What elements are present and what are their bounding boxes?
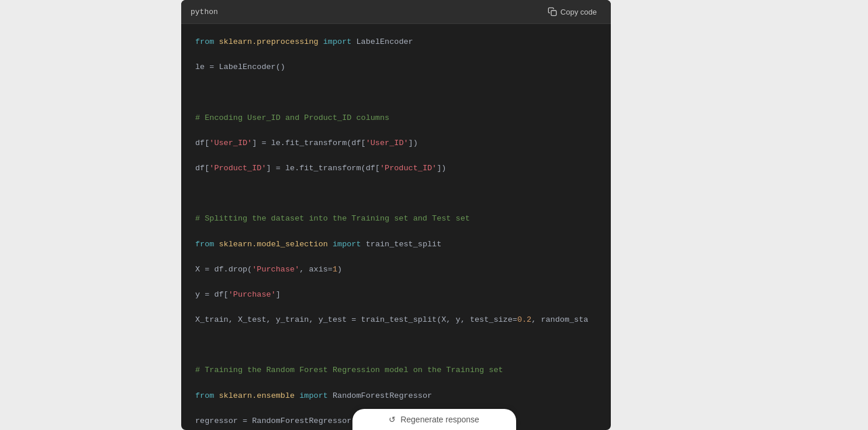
language-label: python [191, 8, 218, 16]
page-wrapper: python Copy code from sklearn.preprocess… [0, 0, 868, 430]
code-header: python Copy code [181, 0, 611, 24]
copy-button[interactable]: Copy code [543, 5, 601, 19]
svg-rect-0 [551, 11, 556, 16]
code-block-container: python Copy code from sklearn.preprocess… [181, 0, 611, 430]
regen-bar[interactable]: ↺ Regenerate response [352, 409, 516, 430]
copy-button-label: Copy code [561, 8, 597, 16]
regen-label: Regenerate response [400, 415, 479, 424]
copy-icon [548, 7, 557, 16]
code-content: from sklearn.preprocessing import LabelE… [195, 36, 597, 429]
regen-icon: ↺ [389, 415, 396, 424]
code-body: from sklearn.preprocessing import LabelE… [181, 24, 611, 429]
